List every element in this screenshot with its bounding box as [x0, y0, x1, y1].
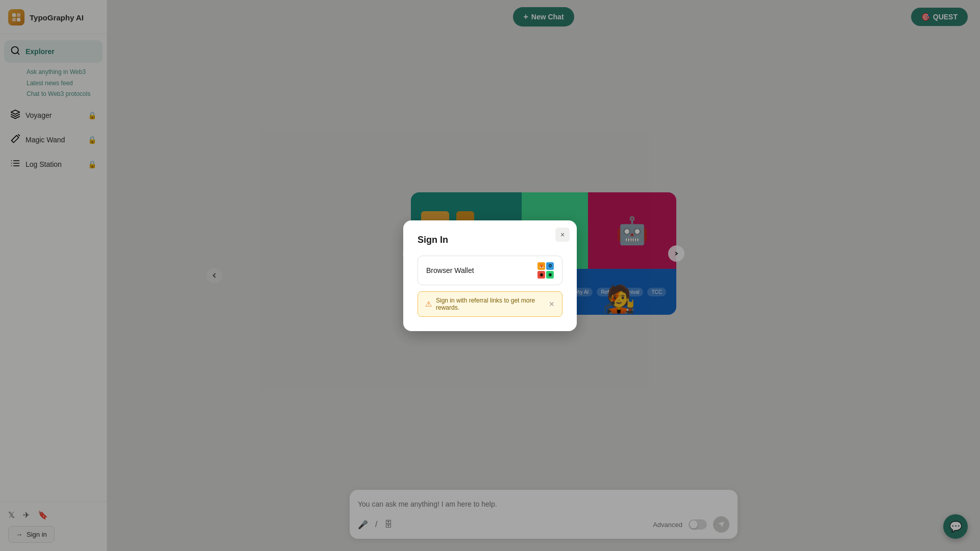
wallet-icon-cell-1: 🦊 — [537, 262, 545, 270]
wallet-icon-grid: 🦊 ⚙ ◉ ◉ — [537, 262, 554, 279]
wallet-option-label: Browser Wallet — [426, 266, 474, 274]
modal-close-button[interactable]: × — [555, 228, 570, 242]
alert-text: Sign in with referral links to get more … — [436, 297, 544, 311]
signin-modal-overlay: Sign In × Browser Wallet 🦊 ⚙ ◉ ◉ ⚠ Sign … — [0, 0, 980, 551]
wallet-icon-cell-3: ◉ — [537, 271, 545, 279]
wallet-icon-cell-2: ⚙ — [546, 262, 554, 270]
close-icon: × — [560, 231, 565, 239]
alert-icon: ⚠ — [425, 299, 432, 309]
signin-modal: Sign In × Browser Wallet 🦊 ⚙ ◉ ◉ ⚠ Sign … — [403, 220, 577, 331]
alert-close-button[interactable]: ✕ — [549, 300, 555, 308]
alert-banner: ⚠ Sign in with referral links to get mor… — [418, 291, 562, 317]
wallet-icon-cell-4: ◉ — [546, 271, 554, 279]
browser-wallet-button[interactable]: Browser Wallet 🦊 ⚙ ◉ ◉ — [418, 256, 562, 285]
modal-title: Sign In — [418, 235, 562, 245]
